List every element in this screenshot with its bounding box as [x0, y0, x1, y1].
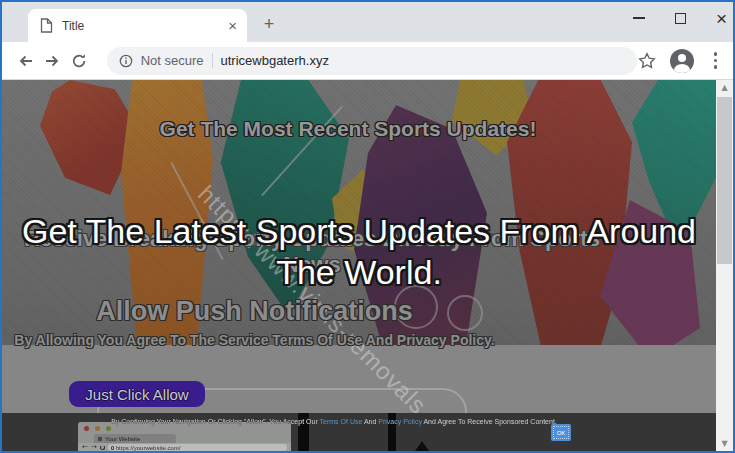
- headline-top: Get The Most Recent Sports Updates!: [2, 117, 694, 141]
- scrollbar[interactable]: ▲ ▼: [716, 80, 733, 451]
- consent-strip: Your Website ← → https://yourwebsite.com…: [2, 413, 716, 451]
- headline-main-line2: The World.: [2, 252, 716, 293]
- push-subtitle: By Allowing You Agree To The Service Ter…: [2, 332, 507, 348]
- page-favicon-icon: [40, 18, 53, 33]
- browser-mockup-image: Your Website ← → https://yourwebsite.com…: [78, 422, 291, 451]
- toolbar-right-icons: [638, 49, 724, 73]
- scrollbar-up-icon[interactable]: ▲: [716, 80, 733, 95]
- headline-main-line1: Get The Latest Sports Updates From Aroun…: [2, 211, 716, 252]
- browser-window: Title × + × Not s: [0, 0, 735, 453]
- url-text[interactable]: utricewbgaterh.xyz: [221, 53, 329, 68]
- omnibox-divider: [212, 53, 213, 68]
- forward-button[interactable]: [39, 47, 66, 75]
- profile-avatar-icon[interactable]: [670, 49, 694, 73]
- maximize-icon[interactable]: [675, 13, 686, 24]
- consent-text: By Continuing Your Navigation Or Clickin…: [2, 418, 716, 425]
- menu-dots-icon[interactable]: [708, 50, 724, 71]
- page-content: https://www.virus-removals.com Get The M…: [2, 80, 733, 451]
- security-label: Not secure: [141, 53, 204, 68]
- tab-close-icon[interactable]: ×: [226, 18, 239, 33]
- window-controls: ×: [633, 6, 727, 30]
- new-tab-button[interactable]: +: [257, 12, 281, 36]
- browser-toolbar: Not secure utricewbgaterh.xyz: [2, 42, 733, 80]
- push-title: Allow Push Notifications: [2, 296, 507, 327]
- mockup-dim-overlay: [78, 422, 291, 451]
- back-button[interactable]: [12, 47, 39, 75]
- bookmark-star-icon[interactable]: [638, 52, 656, 69]
- consent-text-after: And Agree To Receive Sponsored Content.: [422, 418, 557, 425]
- cursor-arrow-icon: [415, 441, 429, 451]
- privacy-policy-link[interactable]: Privacy Policy: [378, 418, 422, 425]
- ok-button[interactable]: OK: [551, 424, 571, 441]
- reload-button[interactable]: [66, 47, 93, 75]
- consent-text-middle: And: [362, 418, 378, 425]
- just-click-allow-button[interactable]: Just Click Allow: [69, 381, 205, 407]
- browser-tab[interactable]: Title ×: [28, 9, 247, 42]
- minimize-icon[interactable]: [633, 17, 645, 19]
- terms-of-use-link[interactable]: Terms Of Use: [320, 418, 363, 425]
- reload-icon: [71, 53, 87, 69]
- address-bar[interactable]: Not secure utricewbgaterh.xyz: [107, 47, 638, 75]
- back-arrow-icon: [17, 53, 34, 69]
- tab-strip: Title × + ×: [2, 2, 733, 42]
- headline-main: Get The Latest Sports Updates From Aroun…: [2, 211, 716, 293]
- info-icon: [119, 54, 133, 68]
- avatar-head: [678, 54, 686, 62]
- consent-text-before: By Continuing Your Navigation Or Clickin…: [111, 418, 319, 425]
- scrollbar-thumb[interactable]: [717, 97, 732, 264]
- tab-title: Title: [62, 19, 226, 33]
- forward-arrow-icon: [44, 53, 61, 69]
- window-close-icon[interactable]: ×: [716, 9, 727, 28]
- push-notification-block: Allow Push Notifications: [2, 296, 507, 327]
- avatar-body: [674, 64, 690, 73]
- scrollbar-down-icon[interactable]: ▼: [716, 436, 733, 451]
